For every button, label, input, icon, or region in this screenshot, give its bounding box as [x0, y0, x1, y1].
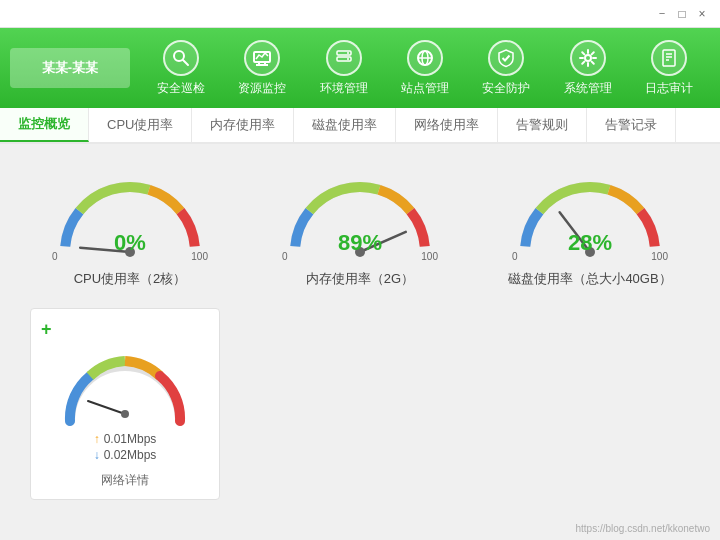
- gauge-label-disk: 磁盘使用率（总大小40GB）: [508, 270, 671, 288]
- gauge-scale-max-disk: 100: [651, 251, 668, 262]
- gauge-label-memory: 内存使用率（2G）: [306, 270, 414, 288]
- close-button[interactable]: ×: [692, 4, 712, 24]
- tab-bar: 监控概览CPU使用率内存使用率磁盘使用率网络使用率告警规则告警记录: [0, 108, 720, 144]
- top-nav: 某某-某某 安全巡检 资源监控 环境管理 站点管理 安全防护 系统管理 日志审计: [0, 28, 720, 108]
- security-patrol-icon: [163, 40, 199, 76]
- download-value: 0.02Mbps: [104, 448, 157, 462]
- watermark: https://blog.csdn.net/kkonetwo: [575, 523, 710, 534]
- title-bar: － □ ×: [0, 0, 720, 28]
- gauge-wrap-memory: 89% 0 100: [280, 164, 440, 264]
- resource-monitor-label: 资源监控: [238, 80, 286, 97]
- add-network-button[interactable]: +: [41, 319, 52, 340]
- gauge-scale-min-disk: 0: [512, 251, 518, 262]
- gauge-value-disk: 28%: [568, 230, 612, 256]
- site-management-icon: [407, 40, 443, 76]
- tab-disk-usage[interactable]: 磁盘使用率: [294, 108, 396, 142]
- network-values: ↑ 0.01Mbps ↓ 0.02Mbps: [94, 430, 157, 464]
- tab-memory-usage[interactable]: 内存使用率: [192, 108, 294, 142]
- network-gauge: [60, 346, 190, 426]
- gauge-cpu: 0% 0 100 CPU使用率（2核）: [30, 164, 230, 288]
- minimize-button[interactable]: －: [652, 4, 672, 24]
- svg-line-1: [183, 60, 188, 65]
- svg-rect-14: [663, 50, 675, 66]
- nav-item-env-management[interactable]: 环境管理: [310, 34, 378, 103]
- system-management-icon: [570, 40, 606, 76]
- nav-item-site-management[interactable]: 站点管理: [391, 34, 459, 103]
- nav-item-security-defense[interactable]: 安全防护: [472, 34, 540, 103]
- audit-log-label: 日志审计: [645, 80, 693, 97]
- download-row: ↓ 0.02Mbps: [94, 448, 157, 462]
- upload-row: ↑ 0.01Mbps: [94, 432, 157, 446]
- gauge-value-memory: 89%: [338, 230, 382, 256]
- upload-icon: ↑: [94, 432, 100, 446]
- gauge-wrap-disk: 28% 0 100: [510, 164, 670, 264]
- security-defense-label: 安全防护: [482, 80, 530, 97]
- nav-items: 安全巡检 资源监控 环境管理 站点管理 安全防护 系统管理 日志审计: [140, 34, 710, 103]
- nav-item-system-management[interactable]: 系统管理: [554, 34, 622, 103]
- gauge-scale-min-cpu: 0: [52, 251, 58, 262]
- site-management-label: 站点管理: [401, 80, 449, 97]
- security-defense-icon: [488, 40, 524, 76]
- gauge-value-cpu: 0%: [114, 230, 146, 256]
- svg-point-13: [585, 55, 591, 61]
- network-card: + ↑ 0.01Mbps ↓ 0.02Mbps: [30, 308, 220, 500]
- svg-line-24: [88, 401, 125, 414]
- nav-item-resource-monitor[interactable]: 资源监控: [228, 34, 296, 103]
- logo: 某某-某某: [10, 48, 130, 88]
- network-label: 网络详情: [101, 472, 149, 489]
- maximize-button[interactable]: □: [672, 4, 692, 24]
- svg-point-9: [347, 58, 349, 60]
- tab-alert-records[interactable]: 告警记录: [587, 108, 676, 142]
- gauge-wrap-cpu: 0% 0 100: [50, 164, 210, 264]
- upload-value: 0.01Mbps: [104, 432, 157, 446]
- network-card-header: +: [41, 319, 209, 340]
- tab-monitor-overview[interactable]: 监控概览: [0, 108, 89, 142]
- tab-network-usage[interactable]: 网络使用率: [396, 108, 498, 142]
- tab-cpu-usage[interactable]: CPU使用率: [89, 108, 192, 142]
- gauge-scale-min-memory: 0: [282, 251, 288, 262]
- nav-item-security-patrol[interactable]: 安全巡检: [147, 34, 215, 103]
- gauge-scale-max-memory: 100: [421, 251, 438, 262]
- tab-alert-rules[interactable]: 告警规则: [498, 108, 587, 142]
- security-patrol-label: 安全巡检: [157, 80, 205, 97]
- gauge-scale-max-cpu: 100: [191, 251, 208, 262]
- resource-monitor-icon: [244, 40, 280, 76]
- env-management-label: 环境管理: [320, 80, 368, 97]
- svg-point-25: [121, 410, 129, 418]
- download-icon: ↓: [94, 448, 100, 462]
- main-content: 0% 0 100 CPU使用率（2核） 89% 0 100 内存使用率（2G）: [0, 144, 720, 540]
- gauge-label-cpu: CPU使用率（2核）: [74, 270, 187, 288]
- system-management-label: 系统管理: [564, 80, 612, 97]
- audit-log-icon: [651, 40, 687, 76]
- gauges-row: 0% 0 100 CPU使用率（2核） 89% 0 100 内存使用率（2G）: [30, 164, 690, 288]
- env-management-icon: [326, 40, 362, 76]
- gauge-disk: 28% 0 100 磁盘使用率（总大小40GB）: [490, 164, 690, 288]
- svg-point-8: [347, 52, 349, 54]
- nav-item-audit-log[interactable]: 日志审计: [635, 34, 703, 103]
- logo-text: 某某-某某: [42, 59, 98, 77]
- gauge-memory: 89% 0 100 内存使用率（2G）: [260, 164, 460, 288]
